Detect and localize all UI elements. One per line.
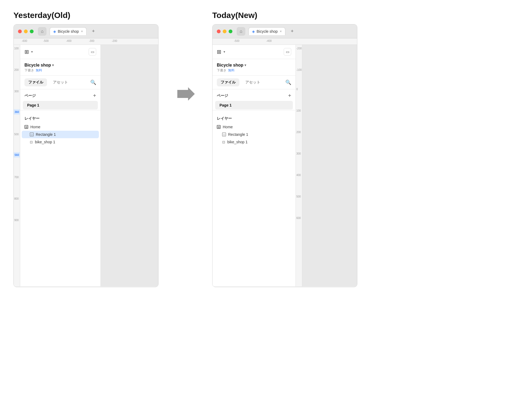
old-figma-icon: ⊞ (24, 49, 29, 55)
old-ruler-560: 560 (14, 152, 20, 158)
new-tab-label: Bicycle shop (257, 29, 278, 34)
new-tab-files[interactable]: ファイル (217, 78, 239, 86)
new-layers-section: レイヤー ⊞ Home □ Rectangle 1 ⊡ (213, 110, 296, 148)
new-layers-header: レイヤー (213, 113, 296, 123)
old-home-icon: ⊞ (24, 125, 28, 129)
new-rv-500: 500 (296, 195, 301, 198)
new-project-section: Bicycle shop ▾ 下書き 無料 (213, 59, 296, 76)
old-ruler-mark-3: -400 (66, 39, 71, 42)
old-rv-200: 200 (14, 68, 19, 71)
new-layers-title: レイヤー (217, 116, 232, 121)
new-rv-400: 400 (296, 174, 301, 177)
new-project-name: Bicycle shop ▾ (217, 63, 291, 68)
new-tab-assets[interactable]: アセット (242, 78, 264, 86)
new-search-btn[interactable]: 🔍 (285, 79, 291, 85)
old-pages-title: ページ (24, 93, 36, 98)
new-canvas: -200 -100 0 100 200 300 400 500 600 (296, 45, 357, 286)
old-layer-rect[interactable]: □ Rectangle 1 (22, 131, 99, 138)
arrow-icon (175, 86, 196, 102)
new-section: Today(New) ⌂ ◈ Bicycle shop × + (212, 11, 357, 287)
old-app-layout: 100 200 300 400 500 600 700 800 900 360 (14, 45, 158, 286)
old-tab-files[interactable]: ファイル (24, 78, 47, 86)
new-layer-rect[interactable]: □ Rectangle 1 (213, 131, 296, 138)
old-layer-bike[interactable]: ⊡ bike_shop 1 (20, 138, 100, 146)
new-ruler-top: -500 -400 (213, 38, 357, 45)
old-rv-300: 300 (14, 90, 19, 93)
old-ruler-360-label: 360 (15, 111, 19, 114)
new-logo-area: ⊞ ▾ (217, 49, 225, 55)
old-project-name: Bicycle shop ▾ (24, 63, 96, 68)
new-rv-600: 600 (296, 217, 301, 220)
new-layer-bike[interactable]: ⊡ bike_shop 1 (213, 138, 296, 146)
old-layers-header: レイヤー (20, 113, 100, 123)
old-rv-100: 100 (14, 47, 19, 50)
new-panel-toggle[interactable]: ▭ (284, 48, 291, 56)
old-logo-chevron: ▾ (31, 50, 33, 54)
old-ruler-360: 360 (14, 109, 20, 115)
old-logo-area: ⊞ ▾ (24, 49, 33, 55)
new-sidebar: ⊞ ▾ ▭ Bicycle shop ▾ 下 (213, 45, 296, 286)
new-ruler-left: -200 -100 0 100 200 300 400 500 600 (296, 45, 302, 286)
new-ruler-mark-2: -400 (266, 39, 272, 42)
new-figma-icon: ⊞ (217, 49, 221, 55)
new-rv-n100: -100 (296, 68, 302, 71)
new-page1[interactable]: Page 1 (215, 101, 293, 109)
old-bike-icon: ⊡ (30, 140, 33, 144)
new-sidebar-tabs: ファイル アセット 🔍 (213, 76, 296, 89)
new-app-layout: ⊞ ▾ ▭ Bicycle shop ▾ 下 (213, 45, 357, 286)
old-ruler-mark-5: -200 (112, 39, 117, 42)
old-tab-new[interactable]: + (90, 28, 97, 35)
new-rv-0: 0 (296, 88, 298, 91)
new-pages-title: ページ (217, 93, 228, 98)
old-rv-700: 700 (14, 176, 19, 179)
new-rv-300: 300 (296, 152, 301, 155)
new-tl-green[interactable] (229, 30, 232, 33)
old-project-chevron: ▾ (52, 63, 54, 67)
old-pages-add[interactable]: + (93, 93, 96, 99)
old-titlebar: ⌂ ◈ Bicycle shop × + (14, 24, 158, 38)
new-tab-icon: ◈ (252, 29, 255, 34)
new-tab-new[interactable]: + (289, 28, 296, 35)
old-project-sub: 下書き 無料 (24, 68, 96, 73)
old-sidebar-tabs: ファイル アセット 🔍 (20, 76, 100, 89)
old-ruler-left: 100 200 300 400 500 600 700 800 900 360 (14, 45, 20, 286)
new-tl-red[interactable] (217, 30, 221, 33)
old-layers-section: レイヤー ⊞ Home □ Rectangle 1 ⊡ (20, 110, 100, 148)
old-canvas (101, 45, 158, 286)
old-browser-window: ⌂ ◈ Bicycle shop × + -600 -500 -400 -300… (13, 24, 159, 287)
old-rv-800: 800 (14, 197, 19, 200)
svg-marker-0 (177, 87, 195, 101)
old-search-btn[interactable]: 🔍 (90, 79, 96, 85)
old-ruler-mark-1: -600 (22, 39, 27, 42)
old-home-button[interactable]: ⌂ (38, 27, 46, 36)
new-home-button[interactable]: ⌂ (237, 27, 245, 36)
new-layer-home[interactable]: ⊞ Home (213, 123, 296, 131)
old-page1[interactable]: Page 1 (23, 101, 98, 109)
new-logo-chevron: ▾ (224, 50, 225, 54)
old-layer-home[interactable]: ⊞ Home (20, 123, 100, 131)
old-tab[interactable]: ◈ Bicycle shop × (50, 27, 87, 35)
new-tab[interactable]: ◈ Bicycle shop × (249, 27, 285, 35)
new-free-badge: 無料 (228, 68, 235, 73)
old-tab-close[interactable]: × (81, 30, 83, 33)
new-bike-icon: ⊡ (222, 140, 225, 144)
old-sidebar-header: ⊞ ▾ ▭ (20, 45, 100, 59)
new-tab-close[interactable]: × (280, 30, 282, 33)
old-panel-toggle[interactable]: ▭ (89, 48, 96, 56)
new-rv-200: 200 (296, 131, 301, 134)
new-section-label: Today(New) (212, 11, 357, 20)
old-ruler-top: -600 -500 -400 -300 -200 (14, 38, 158, 45)
old-tl-yellow[interactable] (24, 30, 28, 33)
old-rv-500: 500 (14, 133, 19, 136)
old-tab-icon: ◈ (53, 29, 56, 34)
new-pages-add[interactable]: + (288, 93, 291, 99)
old-rect-icon: □ (30, 133, 34, 136)
old-tab-assets[interactable]: アセット (49, 78, 72, 86)
new-traffic-lights (217, 30, 232, 33)
old-tl-green[interactable] (30, 30, 34, 33)
old-tl-red[interactable] (18, 30, 22, 33)
new-tl-yellow[interactable] (223, 30, 226, 33)
old-ruler-mark-2: -500 (43, 39, 49, 42)
new-rv-n200: -200 (296, 47, 302, 50)
new-sidebar-header: ⊞ ▾ ▭ (213, 45, 296, 59)
